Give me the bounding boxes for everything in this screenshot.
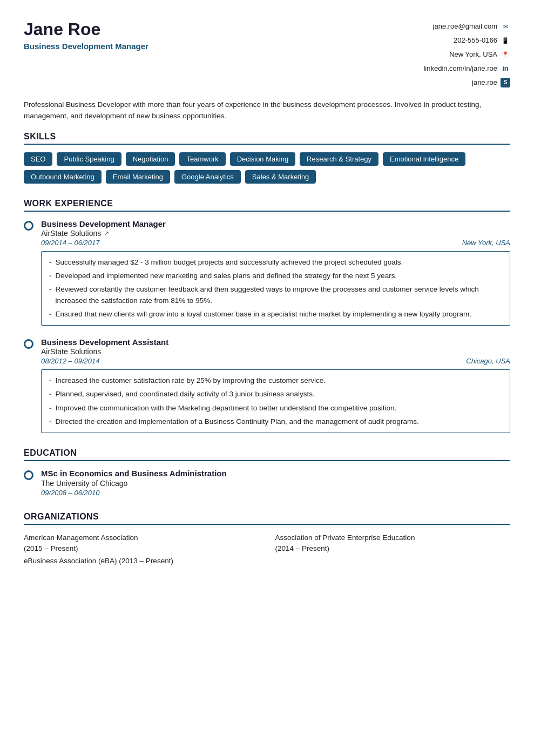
work-job-title: Business Development Assistant [41,338,510,347]
contact-info: jane.roe@gmail.com ✉ 202-555-0166 📱 New … [423,19,510,90]
skill-tag: Outbound Marketing [24,170,102,184]
linkedin-icon: in [501,64,510,73]
bullet-text: Developed and implemented new marketing … [56,271,397,281]
org-years: (2014 – Present) [275,544,330,552]
skills-section: SKILLS SEOPublic SpeakingNegotiationTeam… [24,132,510,184]
org-name: Association of Private Enterprise Educat… [275,534,415,542]
org-item: American Management Association(2015 – P… [24,532,259,554]
summary-text: Professional Business Developer with mor… [24,100,481,120]
skill-tag: Sales & Marketing [245,170,316,184]
organizations-section: ORGANIZATIONS American Management Associ… [24,512,510,565]
bullet-text: Successfully managed $2 - 3 million budg… [56,257,403,268]
work-date-location: 08/2012 – 09/2014 Chicago, USA [41,357,510,365]
org-name: American Management Association [24,534,138,542]
bullet-dash: - [49,389,52,400]
work-bullets-box: - Increased the customer satisfaction ra… [41,369,510,433]
work-company: AirState Solutions ↗ [41,229,510,238]
bullet-dash: - [49,309,52,320]
work-bullet: - Increased the customer satisfaction ra… [49,375,502,386]
resume-header: Jane Roe Business Development Manager ja… [24,19,510,90]
timeline-circle [24,221,33,231]
skill-tag: Negotiation [126,152,175,166]
phone-row: 202-555-0166 📱 [423,33,510,48]
work-bullet: - Reviewed constantly the customer feedb… [49,284,502,306]
candidate-name: Jane Roe [24,19,148,39]
edu-school: The University of Chicago [41,479,227,488]
edu-content: MSc in Economics and Business Administra… [41,469,227,497]
linkedin-text: linkedin.com/in/jane.roe [423,62,497,76]
skills-tags-container: SEOPublic SpeakingNegotiationTeamworkDec… [24,152,510,184]
work-item: Business Development Manager AirState So… [24,219,510,326]
work-items: Business Development Manager AirState So… [24,219,510,433]
work-company: AirState Solutions [41,347,510,356]
work-experience-section: WORK EXPERIENCE Business Development Man… [24,199,510,433]
location-icon: 📍 [501,50,510,59]
bullet-text: Increased the customer satisfaction rate… [56,375,326,386]
bullet-text: Directed the creation and implementation… [56,416,419,427]
bullet-text: Improved the communication with the Mark… [56,403,397,414]
education-item: MSc in Economics and Business Administra… [24,469,510,497]
work-bullet: - Improved the communication with the Ma… [49,403,502,414]
portfolio-row[interactable]: jane.roe S [423,76,510,90]
work-bullet: - Directed the creation and implementati… [49,416,502,427]
skill-tag: Research & Strategy [300,152,378,166]
linkedin-row[interactable]: linkedin.com/in/jane.roe in [423,62,510,76]
portfolio-text: jane.roe [472,76,497,90]
bullet-text: Planned, supervised, and coordinated dai… [56,389,315,400]
org-years: (2015 – Present) [24,544,78,552]
work-bullet: - Ensured that new clients will grow int… [49,309,502,320]
work-content: Business Development Assistant AirState … [41,338,510,433]
organizations-grid: American Management Association(2015 – P… [24,532,510,554]
work-content: Business Development Manager AirState So… [41,219,510,326]
edu-date: 09/2008 – 06/2010 [41,489,227,497]
org-single-item: eBusiness Association (eBA) (2013 – Pres… [24,557,510,565]
header-name-title: Jane Roe Business Development Manager [24,19,148,51]
external-link-icon[interactable]: ↗ [104,230,109,237]
location-row: New York, USA 📍 [423,48,510,62]
bullet-dash: - [49,284,52,306]
skill-tag: Public Speaking [57,152,121,166]
email-icon: ✉ [501,22,510,31]
education-items: MSc in Economics and Business Administra… [24,469,510,497]
work-bullet: - Developed and implemented new marketin… [49,271,502,281]
bullet-dash: - [49,257,52,268]
work-location: New York, USA [462,239,510,247]
work-bullet: - Successfully managed $2 - 3 million bu… [49,257,502,268]
phone-text: 202-555-0166 [454,33,497,48]
bullet-dash: - [49,271,52,281]
bullet-dash: - [49,375,52,386]
org-item: Association of Private Enterprise Educat… [275,532,511,554]
company-name: AirState Solutions [41,347,101,356]
phone-icon: 📱 [501,36,510,45]
work-date: 08/2012 – 09/2014 [41,357,99,365]
bullet-text: Reviewed constantly the customer feedbac… [56,284,503,306]
edu-timeline [24,469,33,497]
work-item: Business Development Assistant AirState … [24,338,510,433]
bullet-text: Ensured that new clients will grow into … [56,309,472,320]
portfolio-icon: S [501,78,510,87]
education-title: EDUCATION [24,448,510,461]
work-date-location: 09/2014 – 06/2017 New York, USA [41,239,510,247]
skill-tag: Google Analytics [174,170,241,184]
location-text: New York, USA [449,48,497,62]
work-timeline [24,338,33,433]
work-bullets-box: - Successfully managed $2 - 3 million bu… [41,251,510,326]
email-text: jane.roe@gmail.com [433,19,497,33]
skill-tag: SEO [24,152,52,166]
work-section-title: WORK EXPERIENCE [24,199,510,212]
bullet-dash: - [49,416,52,427]
work-location: Chicago, USA [466,357,510,365]
summary-section: Professional Business Developer with mor… [24,99,510,122]
timeline-circle [24,339,33,349]
work-date: 09/2014 – 06/2017 [41,239,99,247]
organizations-title: ORGANIZATIONS [24,512,510,525]
skill-tag: Decision Making [230,152,295,166]
candidate-title: Business Development Manager [24,42,148,51]
edu-timeline-circle [24,470,33,480]
company-name: AirState Solutions [41,229,101,238]
work-job-title: Business Development Manager [41,219,510,228]
skill-tag: Teamwork [179,152,225,166]
skill-tag: Email Marketing [106,170,170,184]
skill-tag: Emotional Intelligence [383,152,465,166]
edu-degree: MSc in Economics and Business Administra… [41,469,227,478]
